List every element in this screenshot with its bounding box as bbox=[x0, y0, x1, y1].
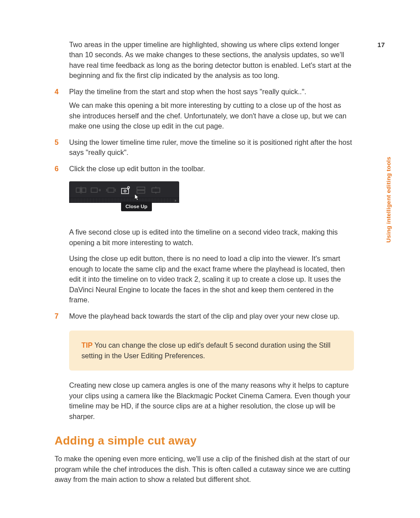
svg-point-6 bbox=[128, 187, 129, 188]
step-5: 5 Using the lower timeline time ruler, m… bbox=[55, 137, 354, 164]
step-body: Move the playhead back towards the start… bbox=[69, 311, 354, 327]
step-text: Click the close up edit button in the to… bbox=[69, 164, 354, 174]
step-body: Play the timeline from the start and sto… bbox=[69, 87, 354, 137]
mouse-cursor-icon bbox=[134, 194, 140, 201]
svg-rect-9 bbox=[152, 188, 160, 192]
step-body: Click the close up edit button in the to… bbox=[69, 164, 354, 180]
step-7: 7 Move the playhead back towards the sta… bbox=[55, 311, 354, 327]
step-number: 6 bbox=[55, 164, 69, 174]
close-up-tooltip: Close Up bbox=[121, 202, 152, 211]
intro-paragraph: Two areas in the upper timeline are high… bbox=[69, 40, 354, 81]
step-body: Using the lower timeline time ruler, mov… bbox=[69, 137, 354, 164]
svg-rect-3 bbox=[108, 188, 114, 192]
paragraph: Creating new close up camera angles is o… bbox=[69, 380, 354, 422]
tip-callout: TIP You can change the close up edit's d… bbox=[69, 331, 354, 371]
step-text: Move the playhead back towards the start… bbox=[69, 311, 354, 321]
step-6: 6 Click the close up edit button in the … bbox=[55, 164, 354, 180]
tip-label: TIP bbox=[81, 341, 92, 349]
section-paragraph: To make the opening even more enticing, … bbox=[55, 454, 354, 485]
append-icon bbox=[90, 185, 102, 195]
svg-rect-1 bbox=[82, 188, 86, 192]
step-text: We can make this opening a bit more inte… bbox=[69, 100, 354, 131]
step-text: Using the lower timeline time ruler, mov… bbox=[69, 137, 354, 158]
page-number: 17 bbox=[377, 41, 385, 48]
svg-rect-2 bbox=[91, 188, 97, 192]
paragraph: A five second close up is edited into th… bbox=[69, 227, 354, 248]
step-number: 7 bbox=[55, 311, 69, 321]
ripple-overwrite-icon bbox=[105, 185, 117, 195]
svg-rect-0 bbox=[76, 188, 80, 192]
tip-text: TIP You can change the close up edit's d… bbox=[81, 340, 342, 361]
close-up-icon bbox=[120, 185, 132, 195]
step-number: 5 bbox=[55, 137, 69, 147]
source-overwrite-icon bbox=[150, 185, 162, 195]
tip-body: You can change the close up edit's defau… bbox=[81, 341, 331, 359]
toolbar-screenshot: Close Up bbox=[69, 181, 354, 218]
document-page: 17 Using intelligent editing tools Two a… bbox=[0, 0, 420, 518]
section-heading: Adding a simple cut away bbox=[55, 434, 354, 448]
section-side-label: Using intelligent editing tools bbox=[385, 157, 392, 242]
step-number: 4 bbox=[55, 87, 69, 97]
paragraph: Using the close up edit button, there is… bbox=[69, 253, 354, 305]
svg-rect-8 bbox=[137, 191, 145, 193]
svg-rect-7 bbox=[137, 187, 145, 190]
step-4: 4 Play the timeline from the start and s… bbox=[55, 87, 354, 137]
step-text: Play the timeline from the start and sto… bbox=[69, 87, 354, 97]
svg-point-5 bbox=[124, 190, 126, 192]
content-column: Two areas in the upper timeline are high… bbox=[55, 40, 354, 485]
smart-insert-icon bbox=[75, 185, 87, 195]
